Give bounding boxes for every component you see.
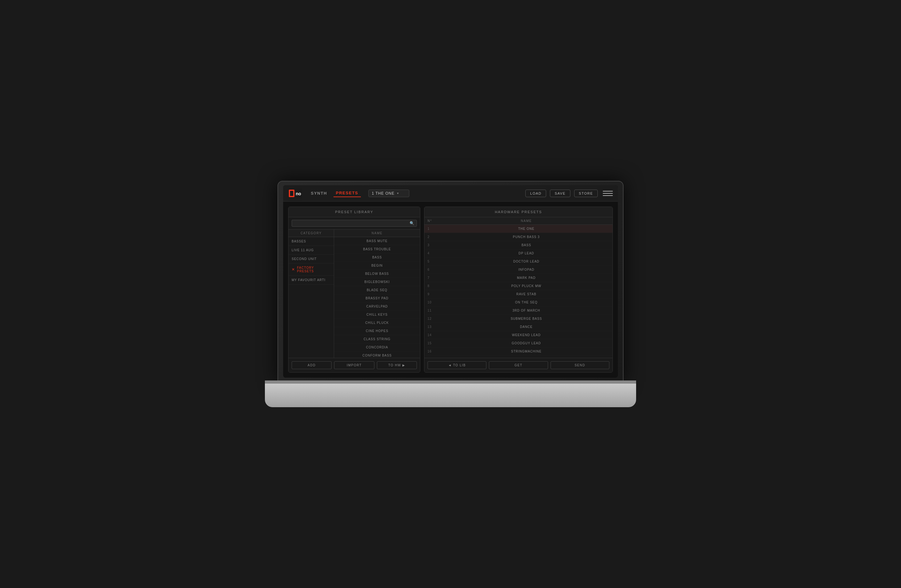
- delete-icon: ✕: [292, 267, 295, 272]
- hw-preset-name: THE ONE: [443, 227, 610, 230]
- hw-preset-row[interactable]: 15GOODGUY LEAD: [424, 339, 613, 347]
- hw-preset-row[interactable]: 13DANCE: [424, 323, 613, 331]
- name-list: NAME BASS MUTEBASS TROUBLEBASSBEGINBELOW…: [334, 230, 420, 358]
- hw-preset-num: 16: [427, 350, 443, 353]
- hw-preset-row[interactable]: 113RD OF MARCH: [424, 306, 613, 315]
- arrow-right-icon: ▶: [402, 364, 405, 367]
- hw-preset-name: MARK PAD: [443, 276, 610, 280]
- search-input[interactable]: [292, 220, 417, 227]
- menu-icon[interactable]: [603, 188, 613, 198]
- hw-preset-row[interactable]: 2PUNCH BASS 3: [424, 233, 613, 241]
- category-item[interactable]: MY FAVOURIT ARTI: [288, 276, 334, 285]
- chevron-down-icon: ▾: [397, 191, 399, 195]
- preset-selector-value: 1 THE ONE: [372, 191, 394, 196]
- category-item-label: MY FAVOURIT ARTI: [292, 278, 326, 282]
- hw-num-header: N°: [427, 219, 443, 222]
- hw-preset-num: 8: [427, 284, 443, 288]
- main-content: PRESET LIBRARY 🔍 CATEGORY BASSESL: [283, 202, 618, 378]
- hw-preset-row[interactable]: 5DOCTOR LEAD: [424, 258, 613, 266]
- preset-name-item[interactable]: CLASS STRING: [334, 335, 420, 343]
- hw-preset-row[interactable]: 1THE ONE: [424, 225, 613, 233]
- hardware-presets-header: HARDWARE PRESETS: [424, 207, 613, 217]
- category-item-label: SECOND UNIT: [292, 257, 317, 261]
- to-hw-button[interactable]: TO HW ▶: [377, 361, 417, 369]
- get-button[interactable]: GET: [489, 361, 548, 369]
- hardware-presets-panel: HARDWARE PRESETS N° NAME 1THE ONE2PUNCH …: [424, 207, 613, 373]
- preset-name-item[interactable]: BLADE SEQ: [334, 286, 420, 294]
- hw-preset-row[interactable]: 6INFOPAD: [424, 266, 613, 274]
- hw-preset-name: POLY PLUCK MW: [443, 284, 610, 288]
- category-item-label: FACTORY PRESETS: [297, 266, 330, 273]
- preset-name-item[interactable]: BASS MUTE: [334, 237, 420, 245]
- preset-name-item[interactable]: CHILL KEYS: [334, 311, 420, 319]
- category-item[interactable]: ✕FACTORY PRESETS: [288, 263, 334, 276]
- synth-nav-btn[interactable]: SYNTH: [308, 190, 330, 197]
- preset-name-item[interactable]: CHILL PLUCK: [334, 319, 420, 327]
- category-item-label: BASSES: [292, 240, 306, 243]
- save-button[interactable]: SAVE: [550, 190, 571, 197]
- store-button[interactable]: STORE: [574, 190, 598, 197]
- presets-nav-btn[interactable]: PRESETS: [334, 189, 361, 197]
- preset-name-item[interactable]: BIGLEBOWSKI: [334, 278, 420, 286]
- topbar: no SYNTH PRESETS 1 THE ONE ▾ LOAD SAVE S…: [283, 185, 618, 202]
- hw-preset-num: 13: [427, 325, 443, 328]
- hw-preset-name: 3RD OF MARCH: [443, 309, 610, 312]
- preset-name-item[interactable]: CINE HOPES: [334, 327, 420, 335]
- library-body: CATEGORY BASSESLIVE 11 AUGSECOND UNIT✕FA…: [288, 230, 420, 358]
- load-button[interactable]: LOAD: [525, 190, 546, 197]
- hw-footer: ◄ TO LIB GET SEND: [424, 358, 613, 372]
- hw-preset-row[interactable]: 7MARK PAD: [424, 274, 613, 282]
- send-button[interactable]: SEND: [550, 361, 610, 369]
- hw-preset-num: 2: [427, 235, 443, 239]
- preset-selector[interactable]: 1 THE ONE ▾: [368, 190, 409, 197]
- add-button[interactable]: ADD: [292, 361, 332, 369]
- preset-items: BASS MUTEBASS TROUBLEBASSBEGINBELOW BASS…: [334, 237, 420, 358]
- hw-preset-name: SUBMERGE BASS: [443, 317, 610, 320]
- preset-name-item[interactable]: CARVELPAD: [334, 302, 420, 311]
- preset-name-item[interactable]: BASS TROUBLE: [334, 245, 420, 254]
- hw-preset-name: BASS: [443, 243, 610, 247]
- hw-preset-name: DOCTOR LEAD: [443, 260, 610, 263]
- hw-preset-row[interactable]: 4DP LEAD: [424, 249, 613, 258]
- preset-library-footer: ADD IMPORT TO HW ▶: [288, 358, 420, 372]
- import-button[interactable]: IMPORT: [334, 361, 374, 369]
- hw-preset-num: 3: [427, 243, 443, 247]
- hw-name-header: NAME: [443, 219, 610, 222]
- hw-preset-row[interactable]: 12SUBMERGE BASS: [424, 315, 613, 323]
- to-hw-label: TO HW: [388, 364, 401, 367]
- hw-preset-name: WEEKEND LEAD: [443, 333, 610, 337]
- hw-preset-num: 6: [427, 268, 443, 271]
- category-item[interactable]: LIVE 11 AUG: [288, 246, 334, 255]
- hw-preset-row[interactable]: 3BASS: [424, 241, 613, 249]
- preset-name-item[interactable]: BEGIN: [334, 261, 420, 270]
- hw-preset-row[interactable]: 9RAVE STAB: [424, 290, 613, 299]
- hw-preset-num: 4: [427, 252, 443, 255]
- hw-preset-name: DANCE: [443, 325, 610, 328]
- hw-preset-row[interactable]: 10ON THE SEQ: [424, 299, 613, 306]
- hw-preset-num: 11: [427, 309, 443, 312]
- category-item[interactable]: SECOND UNIT: [288, 255, 334, 263]
- hw-preset-num: 10: [427, 300, 443, 304]
- preset-name-item[interactable]: BELOW BASS: [334, 270, 420, 278]
- hw-preset-name: PUNCH BASS 3: [443, 235, 610, 239]
- hw-preset-row[interactable]: 14WEEKEND LEAD: [424, 331, 613, 339]
- menu-line-3: [603, 195, 613, 196]
- app: no SYNTH PRESETS 1 THE ONE ▾ LOAD SAVE S…: [283, 185, 618, 378]
- hw-preset-row[interactable]: 8POLY PLUCK MW: [424, 282, 613, 290]
- preset-name-item[interactable]: CONFORM BASS: [334, 352, 420, 358]
- laptop-container: no SYNTH PRESETS 1 THE ONE ▾ LOAD SAVE S…: [277, 181, 624, 407]
- to-lib-button[interactable]: ◄ TO LIB: [427, 361, 486, 369]
- hw-body: 1THE ONE2PUNCH BASS 33BASS4DP LEAD5DOCTO…: [424, 225, 613, 358]
- hw-preset-num: 15: [427, 341, 443, 345]
- search-bar: 🔍: [288, 217, 420, 230]
- hw-preset-name: STRINGMACHINE: [443, 350, 610, 353]
- hw-preset-row[interactable]: 16STRINGMACHINE: [424, 347, 613, 356]
- laptop-body: no SYNTH PRESETS 1 THE ONE ▾ LOAD SAVE S…: [277, 181, 624, 382]
- laptop-hinge: [265, 381, 636, 384]
- preset-name-item[interactable]: BRASSY PAD: [334, 294, 420, 302]
- category-item-label: LIVE 11 AUG: [292, 249, 314, 252]
- hw-preset-name: DP LEAD: [443, 252, 610, 255]
- preset-name-item[interactable]: CONCORDIA: [334, 343, 420, 352]
- category-item[interactable]: BASSES: [288, 237, 334, 246]
- preset-name-item[interactable]: BASS: [334, 254, 420, 261]
